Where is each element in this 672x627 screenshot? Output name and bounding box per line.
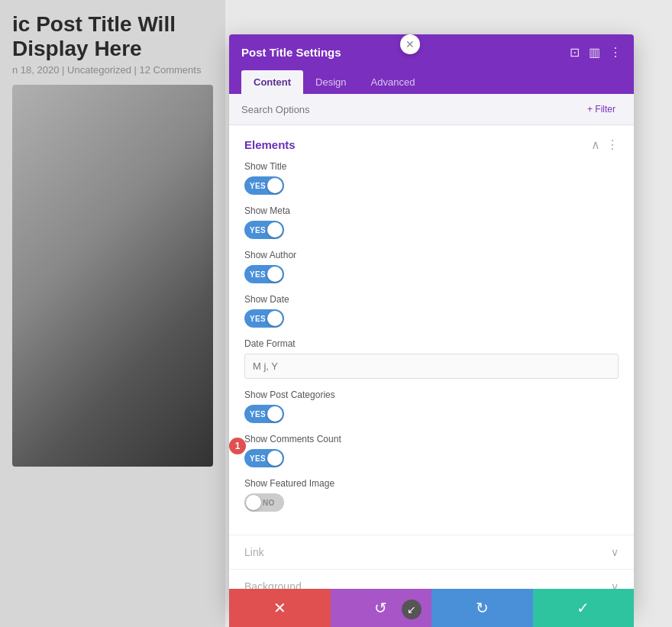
show-author-row: Show Author YES [244,250,619,283]
tab-advanced[interactable]: Advanced [359,70,428,94]
link-title: Link [244,546,264,558]
section-controls: ∧ ⋮ [591,137,619,152]
toggle-yes-label: YES [250,182,266,190]
show-featured-image-toggle-wrap: NO [244,493,619,512]
tab-design[interactable]: Design [303,70,358,94]
collapse-icon[interactable]: ∧ [591,137,600,152]
link-chevron-icon: ∨ [611,546,619,558]
show-author-toggle-wrap: YES [244,265,619,283]
settings-panel: Post Title Settings ⊡ ▥ ⋮ Content Design… [229,34,634,607]
toggle-yes-label: YES [250,315,266,323]
toggle-knob [267,178,283,193]
toggle-knob [267,267,283,282]
show-meta-toggle-wrap: YES [244,221,619,239]
show-title-toggle-wrap: YES [244,176,619,195]
show-title-toggle[interactable]: YES [244,176,284,195]
cancel-button[interactable]: ✕ [229,589,331,627]
show-date-row: Show Date YES [244,294,619,328]
save-button[interactable]: ✓ [533,589,635,627]
page-title: ic Post Title Will Display Here [12,12,213,61]
date-format-row: Date Format [244,338,619,379]
page-meta: n 18, 2020 | Uncategorized | 12 Comments [12,64,213,76]
toggle-knob [267,222,283,238]
show-comments-count-label: Show Comments Count [244,434,619,444]
section-header: Elements ∧ ⋮ [244,137,619,152]
show-author-label: Show Author [244,250,619,260]
show-categories-toggle[interactable]: YES [244,405,284,423]
show-meta-toggle[interactable]: YES [244,221,284,239]
search-bar: + Filter [229,94,634,125]
panel-tabs: Content Design Advanced [229,70,634,94]
date-format-label: Date Format [244,338,619,349]
show-featured-image-toggle[interactable]: NO [244,493,284,512]
show-featured-image-label: Show Featured Image [244,478,619,489]
toggle-yes-label: YES [250,270,266,279]
bottom-toolbar: ✕ ↺ ↻ ✓ [229,589,634,627]
toggle-knob [267,311,283,326]
show-meta-row: Show Meta YES [244,205,619,239]
show-categories-toggle-wrap: YES [244,405,619,423]
elements-section: Elements ∧ ⋮ Show Title YES Show Meta [229,125,634,535]
featured-image-placeholder [12,85,213,467]
show-post-categories-label: Show Post Categories [244,389,619,400]
toggle-yes-label: YES [250,454,266,463]
redo-button[interactable]: ↻ [431,589,533,627]
toggle-knob [267,406,283,422]
show-date-toggle-wrap: YES [244,309,619,328]
show-comments-count-row: Show Comments Count YES [244,434,619,467]
show-post-categories-row: Show Post Categories YES [244,389,619,423]
page-content-area: ic Post Title Will Display Here n 18, 20… [0,0,225,627]
toggle-yes-label: YES [250,410,266,419]
redo-icon: ↻ [476,599,489,617]
panel-body: Elements ∧ ⋮ Show Title YES Show Meta [229,125,634,607]
panel-title: Post Title Settings [241,46,341,59]
show-meta-label: Show Meta [244,205,619,216]
panel-header: Post Title Settings ⊡ ▥ ⋮ [229,34,634,70]
cancel-icon: ✕ [273,599,286,617]
tab-content[interactable]: Content [241,70,303,94]
filter-button[interactable]: + Filter [581,102,622,117]
resize-icon[interactable]: ⊡ [570,45,580,60]
more-options-icon[interactable]: ⋮ [609,45,622,60]
date-format-input[interactable] [244,354,619,379]
toggle-knob [246,495,261,510]
notification-badge: 1 [229,438,246,454]
section-options-icon[interactable]: ⋮ [606,137,619,152]
link-section[interactable]: Link ∨ [229,535,634,570]
show-title-row: Show Title YES [244,161,619,195]
show-author-toggle[interactable]: YES [244,265,284,283]
show-featured-image-row: Show Featured Image NO [244,478,619,512]
collapse-arrow-icon[interactable]: ↙ [402,600,422,619]
toggle-knob [267,451,283,466]
show-date-toggle[interactable]: YES [244,309,284,328]
undo-icon: ↺ [374,599,387,617]
show-comments-toggle[interactable]: YES [244,449,284,467]
show-title-label: Show Title [244,161,619,172]
toggle-no-label: NO [263,499,275,507]
filter-label: + Filter [587,104,615,115]
save-icon: ✓ [577,599,590,617]
columns-icon[interactable]: ▥ [589,45,600,60]
search-input[interactable] [241,104,581,115]
header-icons: ⊡ ▥ ⋮ [570,45,622,60]
toggle-yes-label: YES [250,226,266,234]
show-comments-toggle-wrap: YES [244,449,619,467]
show-date-label: Show Date [244,294,619,305]
close-button[interactable]: ✕ [400,34,420,54]
elements-title: Elements [244,138,296,151]
